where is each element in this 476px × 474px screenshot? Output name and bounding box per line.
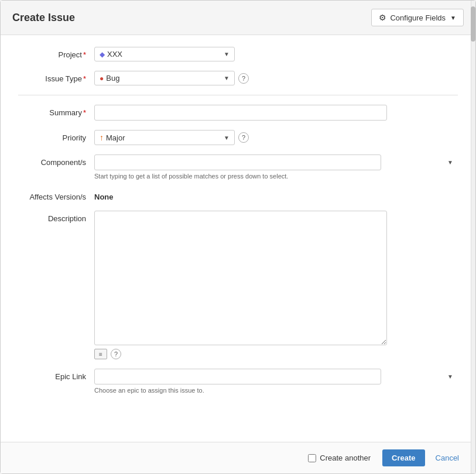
description-field: ≡ ? (94, 211, 458, 359)
epic-link-row: Epic Link ▼ Choose an epic to assign thi… (18, 369, 458, 394)
scrollbar-track (471, 1, 475, 473)
project-icon: ◆ (100, 50, 105, 59)
description-toolbar: ≡ ? (94, 349, 458, 359)
components-hint: Start typing to get a list of possible m… (94, 173, 458, 180)
priority-select-wrapper[interactable]: ↑ Major ▼ (94, 130, 235, 145)
project-field: ◆ XXX ▼ (94, 47, 458, 61)
issue-type-field: ● Bug ▼ ? (94, 71, 458, 85)
dialog-body: Project* ◆ XXX ▼ Issue Type* (1, 35, 475, 442)
dialog-title: Create Issue (12, 12, 75, 24)
epic-link-hint: Choose an epic to assign this issue to. (94, 387, 458, 394)
components-field: ▼ Start typing to get a list of possible… (94, 154, 458, 180)
components-dropdown-arrow: ▼ (447, 159, 453, 166)
text-format-icon[interactable]: ≡ (94, 349, 107, 359)
epic-link-select[interactable] (94, 369, 381, 384)
summary-input[interactable] (94, 105, 387, 121)
priority-field: ↑ Major ▼ ? (94, 130, 458, 145)
required-star: * (83, 50, 86, 59)
components-label: Component/s (18, 154, 94, 167)
project-select-wrapper[interactable]: ◆ XXX ▼ (94, 47, 235, 61)
epic-link-dropdown-arrow: ▼ (447, 373, 453, 380)
issue-type-row: Issue Type* ● Bug ▼ ? (18, 71, 458, 85)
project-row: Project* ◆ XXX ▼ (18, 47, 458, 61)
configure-fields-button[interactable]: ⚙ Configure Fields ▼ (371, 9, 464, 26)
issue-type-label: Issue Type* (18, 71, 94, 83)
create-another-checkbox[interactable] (308, 454, 316, 462)
configure-fields-label: Configure Fields (390, 13, 446, 22)
summary-row: Summary* (18, 105, 458, 121)
description-help-icon[interactable]: ? (111, 349, 121, 359)
epic-link-field: ▼ Choose an epic to assign this issue to… (94, 369, 458, 394)
components-row: Component/s ▼ Start typing to get a list… (18, 154, 458, 180)
affects-version-label: Affects Version/s (18, 189, 94, 201)
cancel-button[interactable]: Cancel (431, 449, 464, 466)
gear-icon: ⚙ (379, 13, 386, 22)
affects-version-row: Affects Version/s None (18, 189, 458, 201)
epic-link-label: Epic Link (18, 369, 94, 381)
issue-type-select[interactable]: Bug (106, 74, 230, 83)
create-button[interactable]: Create (382, 449, 424, 466)
priority-row: Priority ↑ Major ▼ ? (18, 130, 458, 145)
affects-version-value: None (94, 189, 458, 201)
project-select[interactable]: XXX (107, 50, 230, 59)
description-textarea[interactable] (94, 211, 387, 345)
dialog-header: Create Issue ⚙ Configure Fields ▼ (1, 1, 475, 35)
affects-version-field: None (94, 189, 458, 201)
bug-icon: ● (100, 74, 104, 83)
issue-type-help-icon[interactable]: ? (238, 73, 249, 84)
required-star-issue: * (83, 74, 86, 83)
create-another-label[interactable]: Create another (308, 454, 371, 462)
priority-icon: ↑ (100, 133, 104, 142)
summary-field (94, 105, 458, 121)
create-another-text: Create another (320, 454, 371, 462)
priority-select[interactable]: Major (106, 133, 230, 142)
priority-help-icon[interactable]: ? (238, 132, 249, 143)
create-issue-dialog: Create Issue ⚙ Configure Fields ▼ Projec… (0, 0, 476, 474)
description-label: Description (18, 211, 94, 223)
project-label: Project* (18, 47, 94, 59)
scrollbar-thumb[interactable] (471, 6, 475, 42)
issue-type-select-wrapper[interactable]: ● Bug ▼ (94, 71, 235, 85)
divider (18, 95, 458, 95)
required-star-summary: * (83, 108, 86, 117)
priority-label: Priority (18, 130, 94, 142)
dialog-footer: Create another Create Cancel (1, 442, 475, 473)
summary-label: Summary* (18, 105, 94, 117)
chevron-down-icon: ▼ (450, 15, 456, 21)
components-select[interactable] (94, 154, 381, 170)
description-row: Description ≡ ? (18, 211, 458, 359)
